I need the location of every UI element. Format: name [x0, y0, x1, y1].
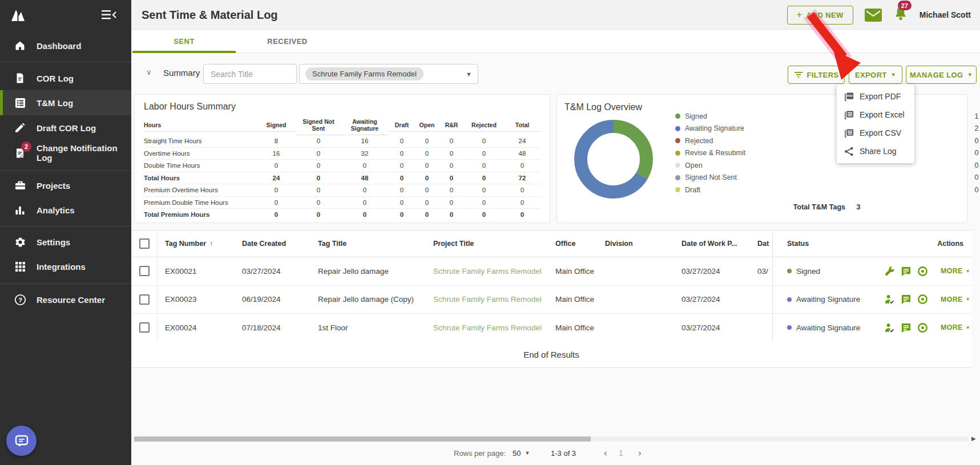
more-actions-button[interactable]: MORE▼ [941, 324, 970, 331]
filters-button[interactable]: FILTERS [788, 66, 845, 84]
column-header[interactable]: Division [598, 240, 674, 248]
request-signature-icon[interactable] [884, 322, 895, 333]
select-all-checkbox[interactable] [139, 238, 150, 249]
column-header[interactable]: Project Title [426, 240, 548, 248]
project-filter-select[interactable]: Schrute Family Farms Remodel ▼ [299, 64, 478, 84]
table-row[interactable]: EX00021 03/27/2024 Repair Jello damage S… [131, 257, 971, 286]
tag-title: 1st Floor [310, 324, 426, 332]
row-checkbox[interactable] [139, 322, 150, 333]
previous-page-button[interactable]: ‹ [598, 445, 613, 461]
column-header[interactable]: Status [773, 240, 868, 248]
menu-item-share-log[interactable]: Share Log [837, 142, 914, 160]
sidebar-item-tm-log[interactable]: T&M Log [0, 90, 131, 115]
collapse-summary-chevron-icon[interactable]: ∨ [146, 68, 152, 76]
row-checkbox[interactable] [139, 266, 150, 276]
chat-widget-button[interactable] [6, 426, 37, 456]
filter-icon [794, 71, 803, 79]
sidebar-divider [0, 284, 131, 284]
column-header[interactable]: Date Created [235, 240, 310, 248]
tab-received[interactable]: RECEIVED [236, 30, 339, 53]
next-page-button[interactable]: › [632, 445, 647, 461]
more-actions-button[interactable]: MORE▼ [941, 296, 970, 304]
menu-item-export-pdf[interactable]: PDF Export PDF [837, 87, 914, 106]
app-logo-icon [8, 5, 27, 25]
tab-sent[interactable]: SENT [132, 30, 236, 53]
row-checkbox[interactable] [139, 294, 150, 305]
column-header[interactable]: Dat [750, 231, 773, 257]
sidebar-item-projects[interactable]: Projects [0, 173, 131, 198]
sidebar-item-dashboard[interactable]: Dashboard [0, 33, 131, 58]
table-row[interactable]: EX00023 06/19/2024 Repair Jello damage (… [131, 286, 971, 314]
export-button[interactable]: EXPORT ▼ [849, 66, 902, 84]
column-header-tag-number[interactable]: Tag Number↑ [158, 240, 235, 248]
scrollbar-thumb[interactable] [134, 436, 591, 442]
sidebar: Dashboard COR Log T&M Log Draft COR Log … [0, 0, 131, 465]
column-header[interactable]: Tag Title [310, 240, 426, 248]
sidebar-item-settings[interactable]: Settings [0, 229, 131, 254]
legend-dot [675, 114, 680, 119]
date-truncated [750, 286, 773, 314]
sidebar-item-label: Integrations [37, 262, 86, 272]
comment-icon[interactable] [900, 265, 912, 277]
add-new-button[interactable]: + ADD NEW [787, 6, 853, 25]
eye-icon[interactable] [917, 322, 928, 333]
menu-item-export-csv[interactable]: Export CSV [837, 124, 914, 142]
user-name[interactable]: Michael Scott [919, 10, 971, 19]
status-badge: Awaiting Signature [796, 324, 860, 332]
labor-summary-title: Labor Hours Summary [144, 102, 541, 116]
request-signature-icon[interactable] [884, 294, 895, 305]
project-title-link[interactable]: Schrute Family Farms Remodel [426, 295, 548, 304]
sidebar-item-cor-log[interactable]: COR Log [0, 66, 131, 91]
sidebar-item-draft-cor-log[interactable]: Draft COR Log [0, 115, 131, 140]
menu-item-export-excel[interactable]: Export Excel [837, 106, 914, 124]
eye-icon[interactable] [917, 294, 928, 305]
more-actions-button[interactable]: MORE▼ [941, 267, 970, 275]
notifications-bell[interactable]: 27 [893, 6, 908, 24]
rows-per-page-select[interactable]: 50▼ [513, 445, 530, 461]
sidebar-item-analytics[interactable]: Analytics [0, 197, 131, 223]
home-icon [14, 39, 26, 52]
date-truncated: 03/ [750, 257, 773, 285]
manage-log-button[interactable]: MANAGE LOG ▼ [906, 66, 977, 84]
svg-text:?: ? [18, 296, 22, 303]
comment-icon[interactable] [900, 294, 912, 305]
date-created: 07/18/2024 [235, 324, 310, 332]
mail-icon[interactable] [865, 8, 882, 22]
current-page-number[interactable]: 1 [615, 445, 627, 461]
column-header[interactable]: Office [548, 240, 598, 248]
sidebar-item-label: T&M Log [37, 98, 73, 108]
sidebar-item-label: Projects [37, 181, 70, 191]
chat-bubble-icon [14, 434, 29, 448]
page-title: Sent Time & Material Log [142, 9, 278, 22]
briefcase-icon [14, 179, 26, 192]
chevron-down-icon: ▼ [966, 325, 970, 330]
legend-dot [675, 126, 680, 131]
labor-summary-table: Hours Signed Signed Not Sent Awaiting Si… [144, 116, 541, 221]
scroll-right-arrow-icon[interactable]: ▶ [971, 435, 976, 442]
eye-icon[interactable] [917, 265, 928, 277]
column-header: Signed Not Sent [296, 116, 341, 135]
sidebar-item-change-notification-log[interactable]: 2 Change Notification Log [0, 140, 131, 165]
sidebar-item-integrations[interactable]: Integrations [0, 254, 131, 279]
horizontal-scrollbar[interactable] [134, 436, 969, 442]
pencil-icon [14, 122, 26, 134]
pagination-range: 1-3 of 3 [551, 445, 576, 461]
column-header[interactable]: Date of Work P... [674, 240, 750, 248]
project-title-link[interactable]: Schrute Family Farms Remodel [426, 324, 548, 332]
wrench-icon[interactable] [884, 265, 895, 277]
project-filter-chip[interactable]: Schrute Family Farms Remodel [305, 67, 424, 80]
sort-ascending-icon: ↑ [209, 240, 213, 248]
sidebar-item-resource-center[interactable]: ? Resource Center [0, 287, 131, 312]
table-row[interactable]: EX00024 07/18/2024 1st Floor Schrute Fam… [131, 314, 971, 342]
bar-chart-icon [14, 204, 26, 216]
project-title-link[interactable]: Schrute Family Farms Remodel [426, 267, 548, 276]
status-dot [787, 297, 792, 302]
chevron-down-icon: ▼ [967, 72, 973, 78]
collapse-menu-icon[interactable] [102, 9, 116, 21]
comment-icon[interactable] [900, 322, 912, 333]
column-header: Awaiting Signature [341, 116, 389, 135]
search-input[interactable] [203, 64, 297, 84]
date-created: 03/27/2024 [235, 267, 310, 276]
legend-dot [675, 138, 680, 143]
sidebar-logo-row [0, 0, 131, 30]
